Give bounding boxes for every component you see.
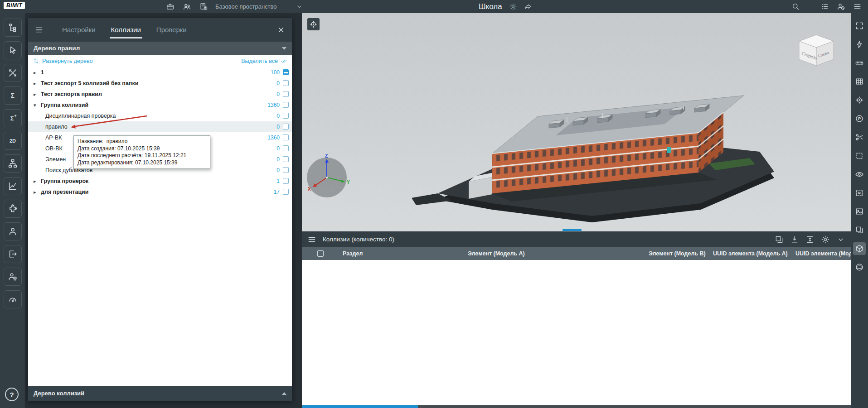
- chevron-down-icon[interactable]: [296, 3, 303, 10]
- column-header[interactable]: Раздел: [343, 247, 363, 260]
- clash-icon[interactable]: [4, 64, 22, 82]
- column-header[interactable]: Элемент (Модель B): [649, 247, 706, 260]
- tree-row-checkbox[interactable]: [283, 178, 289, 184]
- tree-row-checkbox[interactable]: [283, 80, 289, 86]
- tree-row-checkbox[interactable]: [283, 189, 289, 195]
- gear-icon[interactable]: [509, 3, 517, 11]
- collisions-table-body[interactable]: [302, 260, 851, 405]
- expand-section-icon[interactable]: [282, 392, 286, 395]
- chevron-down-icon[interactable]: [836, 235, 845, 244]
- close-icon[interactable]: [276, 25, 286, 34]
- column-header[interactable]: UUID элемента (Модель A): [713, 247, 788, 260]
- orgchart-icon[interactable]: [4, 154, 22, 173]
- collisions-tree-footer[interactable]: Дерево коллизий: [28, 386, 292, 401]
- viewport-3d[interactable]: Z X Y Спереди Слева: [302, 13, 851, 231]
- tree-row-checkbox[interactable]: [283, 113, 289, 119]
- tree-row-label: Элемен: [45, 154, 66, 165]
- axis-gizmo[interactable]: Z X Y: [304, 153, 354, 202]
- caret-right-icon[interactable]: ▸: [34, 89, 36, 100]
- menu-icon[interactable]: [853, 2, 862, 11]
- scrollbar-thumb[interactable]: [302, 405, 418, 408]
- export-model-icon[interactable]: [4, 245, 22, 263]
- share-icon[interactable]: [524, 3, 532, 11]
- sum-plus-icon[interactable]: Σ+: [4, 109, 22, 127]
- caret-right-icon[interactable]: ▸: [34, 176, 36, 187]
- tab-проверки[interactable]: Проверки: [155, 22, 188, 38]
- help-button[interactable]: ?: [5, 388, 19, 401]
- caret-right-icon[interactable]: ▸: [34, 78, 36, 89]
- tab-коллизии[interactable]: Коллизии: [110, 22, 142, 38]
- select-all-button[interactable]: Выделить всё: [241, 58, 287, 64]
- column-header[interactable]: UUID элемента (Мод: [795, 247, 851, 260]
- chart-icon[interactable]: [4, 177, 22, 195]
- caret-right-icon[interactable]: ▸: [34, 67, 36, 78]
- tree-row-checkbox[interactable]: [283, 69, 289, 75]
- parking-icon[interactable]: P: [853, 112, 866, 125]
- structure-tree-icon[interactable]: [4, 19, 22, 37]
- tree-row[interactable]: правило0: [28, 121, 292, 132]
- tree-row[interactable]: ▸для презентации17: [28, 187, 292, 197]
- model-doc-icon[interactable]: [199, 2, 208, 11]
- tab-настройки[interactable]: Настройки: [61, 22, 97, 38]
- select-cursor-icon[interactable]: [4, 41, 22, 59]
- person-icon[interactable]: [4, 222, 22, 240]
- tree-row-label: ОВ-ВК: [45, 143, 63, 154]
- expand-tree-button[interactable]: Развернуть дерево: [33, 58, 92, 64]
- menu-icon[interactable]: [34, 25, 44, 34]
- fit-screen-icon[interactable]: [853, 19, 866, 32]
- tree-row[interactable]: Дисциплинарная проверка0: [28, 110, 292, 121]
- image-icon[interactable]: [853, 205, 866, 218]
- tree-row-checkbox[interactable]: [283, 167, 289, 173]
- case-icon[interactable]: [166, 2, 175, 11]
- tree-row[interactable]: ▸Группа проверок1: [28, 176, 292, 187]
- tree-row-checkbox[interactable]: [283, 102, 289, 108]
- select-all-checkbox[interactable]: [317, 250, 324, 257]
- clip-box-icon[interactable]: [853, 149, 866, 162]
- lightning-icon[interactable]: [853, 38, 866, 51]
- grid-table-icon[interactable]: [853, 75, 866, 88]
- eye-icon[interactable]: [853, 168, 866, 181]
- gauge-icon[interactable]: [4, 290, 22, 308]
- apps-icon[interactable]: [820, 2, 829, 11]
- tree-row-checkbox[interactable]: [283, 91, 289, 97]
- tree-row-checkbox[interactable]: [283, 134, 289, 140]
- copy-view-icon[interactable]: [853, 224, 866, 236]
- tree-row[interactable]: ▾Группа коллизий1360: [28, 100, 292, 110]
- column-header[interactable]: Элемент (Модель A): [468, 247, 525, 260]
- plugin-icon[interactable]: [4, 200, 22, 218]
- menu-icon[interactable]: [307, 235, 316, 244]
- tree-row[interactable]: ▸Тест экспорт 5 коллизий без папки0: [28, 78, 292, 89]
- tree-row[interactable]: ▸Тест экспорта правил0: [28, 89, 292, 100]
- user-clock-icon[interactable]: [837, 2, 845, 11]
- two-d-icon[interactable]: 2D: [4, 132, 22, 150]
- section-cut-icon[interactable]: [853, 131, 866, 144]
- nav-cube[interactable]: Спереди Слева: [794, 30, 839, 69]
- team-icon[interactable]: [183, 2, 191, 11]
- row-fit-icon[interactable]: [805, 235, 815, 244]
- horizontal-scrollbar[interactable]: [302, 405, 851, 408]
- sum-icon[interactable]: Σ: [4, 86, 22, 105]
- expand-tree-icon: [33, 58, 39, 64]
- project-title-group: Школа: [479, 0, 532, 13]
- ruler-icon[interactable]: [853, 57, 866, 69]
- focus-target-icon[interactable]: [853, 94, 866, 106]
- tree-row-checkbox[interactable]: [283, 145, 289, 151]
- rules-tree-header[interactable]: Дерево правил: [28, 42, 292, 55]
- caret-down-icon[interactable]: ▾: [34, 100, 36, 110]
- workspace-selector[interactable]: Базовое пространство: [215, 0, 277, 13]
- tree-row-checkbox[interactable]: [283, 156, 289, 162]
- tree-row[interactable]: ▸1100: [28, 67, 292, 78]
- cube-icon[interactable]: [853, 242, 866, 255]
- search-icon[interactable]: [791, 2, 800, 11]
- tree-row-checkbox[interactable]: [283, 124, 289, 130]
- gear-icon[interactable]: [821, 235, 830, 244]
- collapse-section-icon[interactable]: [282, 47, 286, 50]
- sphere-icon[interactable]: [853, 261, 866, 274]
- select-area-icon[interactable]: [853, 187, 866, 199]
- copy-icon[interactable]: [775, 235, 784, 244]
- person-pin-icon[interactable]: [4, 268, 22, 286]
- panel-resize-handle[interactable]: [563, 229, 582, 231]
- import-icon[interactable]: [790, 235, 799, 244]
- caret-right-icon[interactable]: ▸: [34, 187, 36, 197]
- focus-view-button[interactable]: [307, 18, 320, 30]
